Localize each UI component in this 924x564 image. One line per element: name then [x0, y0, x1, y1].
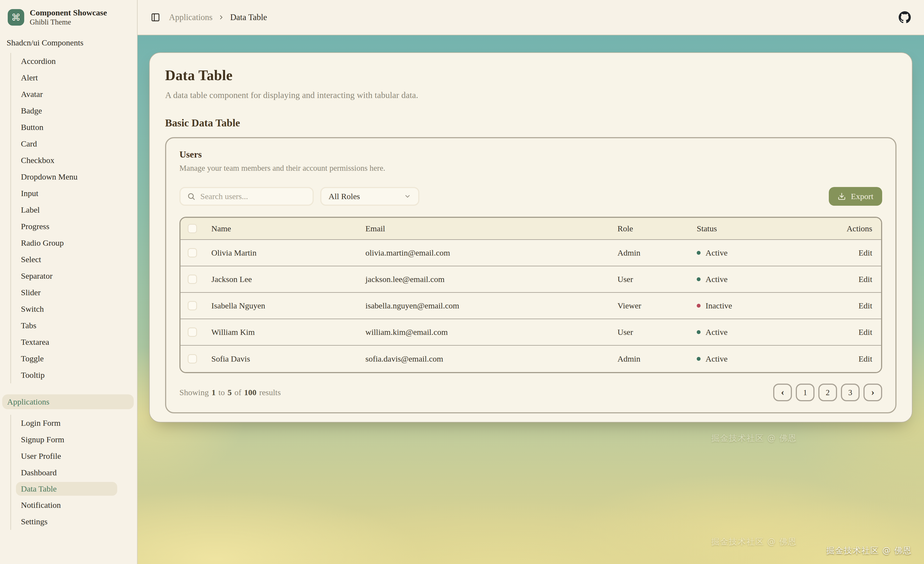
cell-role: Admin	[618, 354, 697, 364]
sidebar-item-label: Badge	[21, 106, 42, 115]
breadcrumb-current: Data Table	[230, 12, 267, 22]
row-checkbox[interactable]	[188, 248, 197, 257]
users-card-title: Users	[179, 149, 882, 160]
app-subtitle: Ghibli Theme	[30, 18, 107, 27]
sidebar-item-component[interactable]: Alert	[21, 69, 137, 86]
sidebar-item-component[interactable]: Tabs	[21, 317, 137, 334]
cell-name: Olivia Martin	[212, 248, 365, 257]
topbar: Applications Data Table	[138, 0, 924, 35]
sidebar-item-label: Button	[21, 123, 44, 132]
status-dot	[697, 304, 700, 308]
sidebar-item-component[interactable]: Button	[21, 119, 137, 135]
summary-to: 5	[228, 388, 232, 397]
sidebar-item-label: Settings	[21, 517, 48, 526]
sidebar-item-label: Data Table	[21, 484, 57, 493]
sidebar-item-label: Textarea	[21, 337, 49, 346]
role-filter-select[interactable]: All Roles	[320, 187, 419, 206]
edit-action-link[interactable]: Edit	[858, 275, 872, 284]
sidebar-item-application[interactable]: Signup Form	[21, 431, 137, 448]
export-button[interactable]: Export	[829, 187, 882, 206]
sidebar-section-applications[interactable]: Applications	[2, 394, 134, 409]
sidebar-item-application[interactable]: Data Table	[16, 482, 117, 496]
sidebar-item-component[interactable]: Progress	[21, 218, 137, 235]
watermark-text: 掘金技术社区 @ 佛恩	[826, 545, 912, 556]
sidebar-item-application[interactable]: Login Form	[21, 415, 137, 431]
sidebar-item-label: Dashboard	[21, 468, 57, 477]
pagination: ‹ 1 2 3 ›	[773, 384, 882, 401]
row-checkbox[interactable]	[188, 275, 197, 284]
sidebar-item-application[interactable]: Settings	[21, 513, 137, 530]
summary-from: 1	[212, 388, 216, 397]
pagination-button-label: ›	[871, 386, 874, 398]
cell-status: Active	[697, 248, 824, 257]
pagination-button[interactable]: 3	[841, 384, 860, 401]
cell-email: william.kim@email.com	[365, 328, 618, 337]
sidebar-item-component[interactable]: Radio Group	[21, 235, 137, 251]
row-checkbox[interactable]	[188, 354, 197, 364]
sidebar-item-application[interactable]: Notification	[21, 497, 137, 513]
github-link[interactable]	[898, 11, 911, 23]
sidebar-item-component[interactable]: Card	[21, 135, 137, 152]
sidebar-item-application[interactable]: User Profile	[21, 448, 137, 464]
summary-prefix: Showing	[179, 388, 209, 397]
sidebar-item-component[interactable]: Separator	[21, 268, 137, 284]
sidebar-item-component[interactable]: Checkbox	[21, 152, 137, 168]
applications-nav-list: Login Form Signup Form User Profile Dash…	[10, 415, 137, 530]
sidebar-item-component[interactable]: Switch	[21, 301, 137, 317]
sidebar-item-component[interactable]: Textarea	[21, 334, 137, 350]
cell-name: Isabella Nguyen	[212, 301, 365, 310]
app-title: Component Showcase	[30, 8, 107, 18]
sidebar-item-component[interactable]: Avatar	[21, 86, 137, 102]
breadcrumb-parent[interactable]: Applications	[169, 12, 212, 22]
sidebar-item-label: Notification	[21, 500, 61, 510]
table-row: Sofia Davis sofia.davis@email.com Admin …	[180, 346, 881, 372]
export-button-label: Export	[851, 192, 873, 201]
sidebar-item-component[interactable]: Dropdown Menu	[21, 168, 137, 185]
sidebar-item-component[interactable]: Badge	[21, 102, 137, 119]
cell-role: Admin	[618, 248, 697, 257]
sidebar-item-component[interactable]: Tooltip	[21, 367, 137, 384]
cell-email: jackson.lee@email.com	[365, 275, 618, 284]
row-checkbox[interactable]	[188, 328, 197, 337]
sidebar-item-component[interactable]: Select	[21, 251, 137, 268]
sidebar-item-component[interactable]: Label	[21, 202, 137, 218]
sidebar-item-component[interactable]: Accordion	[21, 53, 137, 69]
summary-of-word: of	[234, 388, 242, 397]
select-all-checkbox[interactable]	[188, 224, 197, 233]
row-checkbox[interactable]	[188, 301, 197, 310]
sidebar-item-component[interactable]: Input	[21, 185, 137, 202]
pagination-button-label: ‹	[781, 386, 784, 398]
table-footer: Showing 1 to 5 of 100 results ‹	[179, 384, 882, 401]
content-canvas: Data Table A data table component for di…	[138, 35, 924, 564]
edit-action-link[interactable]: Edit	[858, 328, 872, 337]
watermark-text-faint: 掘金技术社区 @ 佛恩	[711, 536, 797, 547]
sidebar-item-label: Toggle	[21, 354, 44, 363]
pagination-button-label: 3	[848, 388, 852, 397]
table-row: Olivia Martin olivia.martin@email.com Ad…	[180, 240, 881, 266]
sidebar-item-label: Login Form	[21, 418, 60, 427]
search-input[interactable]	[200, 192, 306, 201]
pagination-button[interactable]: ‹	[773, 384, 792, 401]
sidebar-toggle-button[interactable]	[151, 13, 160, 22]
role-filter-value: All Roles	[328, 192, 360, 201]
cell-role: User	[618, 275, 697, 284]
search-users-field[interactable]	[179, 187, 314, 206]
logo-text: Component Showcase Ghibli Theme	[30, 8, 107, 27]
sidebar-item-application[interactable]: Dashboard	[21, 464, 137, 481]
cell-email: isabella.nguyen@email.com	[365, 301, 618, 310]
pagination-button[interactable]: 2	[818, 384, 837, 401]
sidebar-item-component[interactable]: Toggle	[21, 350, 137, 367]
sidebar-item-label: Card	[21, 139, 37, 148]
users-card: Users Manage your team members and their…	[165, 137, 897, 414]
app-window: ⌘ Component Showcase Ghibli Theme Shadcn…	[0, 0, 924, 564]
sidebar: ⌘ Component Showcase Ghibli Theme Shadcn…	[0, 0, 138, 564]
edit-action-link[interactable]: Edit	[858, 301, 872, 310]
column-header-email: Email	[365, 224, 618, 233]
sidebar-item-label: Switch	[21, 304, 44, 313]
pagination-button[interactable]: ›	[864, 384, 882, 401]
github-icon	[898, 11, 911, 23]
edit-action-link[interactable]: Edit	[858, 354, 872, 363]
sidebar-item-component[interactable]: Slider	[21, 284, 137, 301]
edit-action-link[interactable]: Edit	[858, 248, 872, 257]
pagination-button[interactable]: 1	[796, 384, 814, 401]
